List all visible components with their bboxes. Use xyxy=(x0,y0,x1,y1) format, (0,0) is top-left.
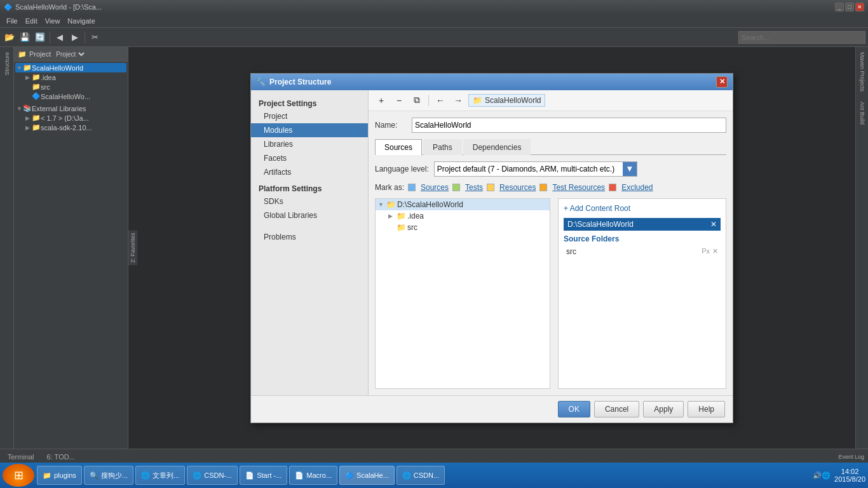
toolbar-cut[interactable]: ✂ xyxy=(88,30,102,44)
dir-root-label: D:\ScalaHelloWorld xyxy=(397,200,463,209)
menu-file[interactable]: File xyxy=(3,16,22,26)
module-tabs-bar: Sources Paths Dependencies xyxy=(375,139,726,155)
selected-module-label: ScalaHelloWorld xyxy=(485,96,541,105)
toolbar-save[interactable]: 💾 xyxy=(18,30,32,44)
tab-paths[interactable]: Paths xyxy=(423,139,462,155)
taskbar-macro[interactable]: 📄 Macro... xyxy=(289,466,337,485)
toolbar-forward[interactable]: ▶ xyxy=(68,30,82,44)
toolbar-refresh[interactable]: 🔄 xyxy=(33,30,47,44)
menu-edit[interactable]: Edit xyxy=(22,16,41,26)
dialog-titlebar: 🔧 Project Structure ✕ xyxy=(251,74,733,90)
nav-back-button[interactable]: ← xyxy=(433,93,448,108)
add-module-button[interactable]: + xyxy=(374,93,389,108)
apply-button[interactable]: Apply xyxy=(643,401,684,417)
maven-projects-tab[interactable]: Maven Projects xyxy=(858,50,867,94)
name-label: Name: xyxy=(375,121,407,130)
ide-search-input[interactable] xyxy=(738,31,865,44)
start-button[interactable]: ⊞ xyxy=(3,464,34,487)
edit-source-folder-button[interactable]: Px xyxy=(702,247,710,255)
nav-forward-button[interactable]: → xyxy=(451,93,466,108)
tab-sources[interactable]: Sources xyxy=(375,139,422,155)
nav-libraries[interactable]: Libraries xyxy=(251,137,368,151)
dialog-close-button[interactable]: ✕ xyxy=(716,76,728,88)
close-button[interactable]: ✕ xyxy=(855,3,864,11)
taskbar-plugins[interactable]: 📁 plugins xyxy=(37,466,82,485)
tree-item-scala-sdk[interactable]: ▶ 📁 scala-sdk-2.10... xyxy=(15,123,126,132)
copy-module-button[interactable]: ⧉ xyxy=(409,93,424,108)
nav-modules[interactable]: Modules xyxy=(251,123,368,137)
taskbar-csdn[interactable]: 🌐 CSDN-... xyxy=(187,466,238,485)
terminal-tab[interactable]: Terminal xyxy=(4,452,38,462)
maximize-button[interactable]: □ xyxy=(845,3,854,11)
cancel-button[interactable]: Cancel xyxy=(594,401,639,417)
toolbar-open[interactable]: 📂 xyxy=(3,30,17,44)
tree-item-ext-libs[interactable]: ▼ 📚 External Libraries xyxy=(15,104,126,113)
ide-toolbar: 📂 💾 🔄 ◀ ▶ ✂ xyxy=(0,28,868,47)
event-log[interactable]: Event Log xyxy=(838,454,864,460)
nav-project[interactable]: Project xyxy=(251,109,368,123)
nav-sdks[interactable]: SDKs xyxy=(251,194,368,208)
nav-problems[interactable]: Problems xyxy=(251,230,368,244)
menu-navigate[interactable]: Navigate xyxy=(64,16,98,26)
ant-build-tab[interactable]: Ant Build xyxy=(858,99,867,127)
nav-global-libraries[interactable]: Global Libraries xyxy=(251,208,368,222)
ide-titlebar: 🔷 ScalaHelloWorld - [D:\Sca... _ □ ✕ xyxy=(0,0,868,14)
remove-source-folder-button[interactable]: ✕ xyxy=(712,247,718,255)
mark-resources-button[interactable]: Resources xyxy=(499,183,536,192)
dialog-body: Project Settings Project Modules Librari… xyxy=(251,90,733,395)
tree-item-jdk[interactable]: ▶ 📁 < 1.7 > (D:\Ja... xyxy=(15,113,126,123)
dir-root-icon: 📁 xyxy=(386,200,395,209)
mark-test-resources-button[interactable]: Test Resources xyxy=(552,183,605,192)
tree-item-src[interactable]: 📁 src xyxy=(15,82,126,92)
taskbar-clock: 14:02 2015/8/20 xyxy=(834,468,865,483)
tree-item-root[interactable]: ▼ 📁 ScalaHelloWorld xyxy=(15,63,126,72)
favorites-tab[interactable]: 2: Favorites xyxy=(128,230,137,265)
taskbar-csdn2[interactable]: 🌐 CSDN... xyxy=(397,466,445,485)
mark-sources-button[interactable]: Sources xyxy=(421,183,449,192)
plugins-label: plugins xyxy=(54,471,76,479)
ide-title: ScalaHelloWorld - [D:\Sca... xyxy=(15,3,102,11)
taskbar-sogou[interactable]: 🔍 搜狗少... xyxy=(84,466,133,485)
taskbar-start-pdf[interactable]: 📄 Start -... xyxy=(240,466,287,485)
excluded-mark-icon xyxy=(609,184,616,191)
project-dropdown[interactable]: Project xyxy=(53,49,86,59)
toolbar-back[interactable]: ◀ xyxy=(53,30,67,44)
dialog-title-label: Project Structure xyxy=(269,78,331,86)
project-settings-header: Project Settings xyxy=(251,95,368,109)
dir-tree-src[interactable]: 📁 src xyxy=(376,222,550,233)
lang-dropdown-button[interactable]: ▼ xyxy=(623,162,637,176)
sogou-icon: 🔍 xyxy=(90,471,98,480)
src-folder-icon: 📁 xyxy=(32,83,41,91)
remove-module-button[interactable]: − xyxy=(391,93,407,108)
name-input[interactable] xyxy=(412,118,726,133)
selected-content-root: D:\ScalaHelloWorld ✕ xyxy=(564,218,721,231)
tree-item-idea[interactable]: ▶ 📁 .idea xyxy=(15,72,126,82)
mark-excluded-button[interactable]: Excluded xyxy=(621,183,653,192)
test-res-mark-icon xyxy=(539,184,547,191)
dir-tree-root[interactable]: ▼ 📁 D:\ScalaHelloWorld xyxy=(376,199,550,210)
dir-tree-idea[interactable]: ▶ 📁 .idea xyxy=(376,210,550,222)
help-button[interactable]: Help xyxy=(688,401,725,417)
taskbar-scala[interactable]: 🔷 ScalaHe... xyxy=(339,466,395,485)
ide-menubar: File Edit View Navigate xyxy=(0,14,868,28)
add-content-root-button[interactable]: + Add Content Root xyxy=(564,204,721,213)
mark-tests-button[interactable]: Tests xyxy=(465,183,483,192)
structure-tab[interactable]: Structure xyxy=(3,50,11,78)
taskbar-right: 🔊🌐 14:02 2015/8/20 xyxy=(813,468,865,483)
csdn2-label: CSDN... xyxy=(414,471,439,479)
tab-dependencies[interactable]: Dependencies xyxy=(463,139,531,155)
scala-label: ScalaHe... xyxy=(356,471,389,479)
dir-idea-label: .idea xyxy=(407,212,424,220)
main-area: 2: Favorites 🔧 Project Structure ✕ xyxy=(128,47,855,449)
menu-view[interactable]: View xyxy=(41,16,64,26)
nav-facets[interactable]: Facets xyxy=(251,151,368,165)
todo-tab[interactable]: 6: TOD... xyxy=(43,452,79,462)
minimize-button[interactable]: _ xyxy=(835,3,844,11)
remove-content-root-button[interactable]: ✕ xyxy=(710,220,717,229)
tree-item-scala[interactable]: 🔷 ScalaHelloWo... xyxy=(15,92,126,101)
source-folder-item: src Px ✕ xyxy=(564,246,721,257)
nav-artifacts[interactable]: Artifacts xyxy=(251,165,368,179)
macro-label: Macro... xyxy=(306,471,332,479)
ok-button[interactable]: OK xyxy=(558,401,590,417)
taskbar-article[interactable]: 🌐 文章列... xyxy=(135,466,185,485)
